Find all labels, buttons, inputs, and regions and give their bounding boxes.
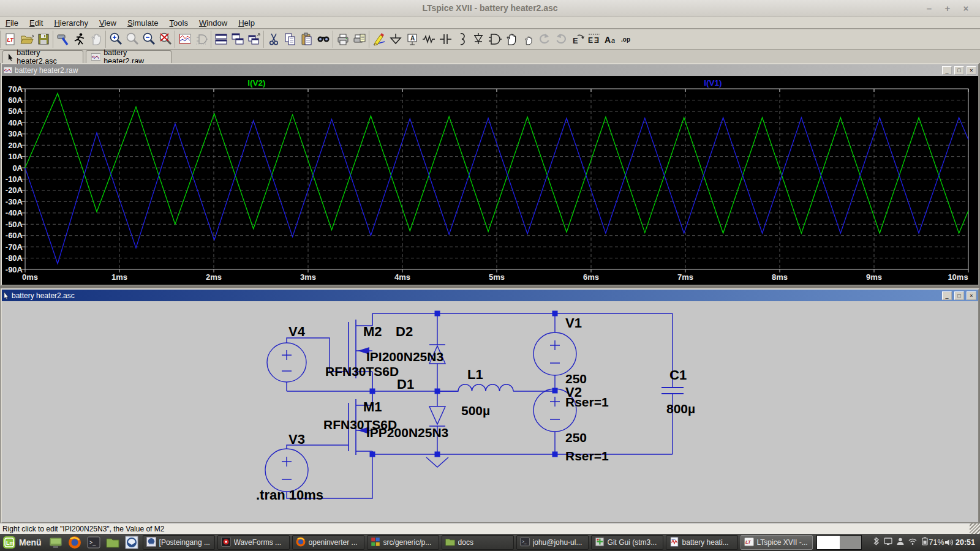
user-icon[interactable]: [896, 537, 905, 548]
taskbar-window-battery-heati-[interactable]: battery heati...: [666, 535, 738, 550]
battery-icon[interactable]: [921, 537, 929, 548]
taskbar-window-waveforms-[interactable]: WaveForms ...: [217, 535, 290, 550]
tab-battery-heater2-raw[interactable]: battery heater2.raw: [86, 50, 172, 63]
ground-icon[interactable]: [387, 31, 404, 48]
legend-I(V1)[interactable]: I(V1): [704, 78, 722, 88]
schematic-label-v1_value2[interactable]: Rser=1: [565, 395, 609, 409]
capacitor-c1[interactable]: [662, 388, 684, 394]
tile-vertical-icon[interactable]: [229, 31, 246, 48]
menu-file[interactable]: File: [0, 18, 24, 28]
schematic-label-m2_model[interactable]: IPI200N25N3: [366, 350, 443, 364]
new-schematic-icon[interactable]: LT: [2, 31, 18, 48]
menu-simulate[interactable]: Simulate: [122, 18, 164, 28]
zoom-full-extents-icon[interactable]: [124, 31, 140, 48]
spice-netlist-icon[interactable]: [193, 31, 209, 48]
tab-battery-heater2-asc[interactable]: battery heater2.asc: [2, 50, 83, 63]
launcher-thunderbird-icon[interactable]: [124, 535, 140, 550]
schematic-label-v3[interactable]: V3: [288, 432, 305, 447]
component-icon[interactable]: [486, 31, 503, 48]
taskbar-window-src-generic-p-[interactable]: src/generic/p...: [367, 535, 439, 550]
taskbar-window-git-gui-stm3-[interactable]: Git Gui (stm3...: [591, 535, 663, 550]
halt-icon[interactable]: [88, 31, 104, 48]
schematic-label-v1_value1[interactable]: 250: [565, 372, 587, 386]
drag-icon[interactable]: [519, 31, 536, 48]
bluetooth-icon[interactable]: [872, 537, 880, 548]
diode-icon[interactable]: [470, 31, 486, 48]
desktop-widget[interactable]: [816, 535, 862, 550]
maximize-button[interactable]: +: [940, 2, 956, 15]
menu-tools[interactable]: Tools: [164, 18, 194, 28]
cascade-windows-icon[interactable]: [246, 31, 262, 48]
capacitor-icon[interactable]: [437, 31, 453, 48]
menu-help[interactable]: Help: [233, 18, 260, 28]
schematic-label-v4[interactable]: V4: [288, 324, 306, 339]
minimize-button[interactable]: –: [921, 2, 937, 15]
window-minimize-button[interactable]: _: [942, 291, 952, 300]
find-icon[interactable]: [315, 31, 331, 48]
start-menu-button[interactable]: Lm Menü: [0, 534, 47, 550]
schematic-label-v2_value1[interactable]: 250: [565, 430, 587, 444]
schematic-canvas[interactable]: V4M2D2IPI200N25N3RFN30TS6DD1L1500µV1250V…: [2, 301, 978, 522]
tile-horizontal-icon[interactable]: [213, 31, 229, 48]
launcher-terminal-icon[interactable]: >_: [86, 535, 102, 550]
print-preview-icon[interactable]: [351, 31, 368, 48]
resistor-icon[interactable]: [420, 31, 437, 48]
taskbar-window-johu-johu-ul-[interactable]: >_johu@johu-ul...: [516, 535, 589, 550]
window-minimize-button[interactable]: _: [942, 66, 952, 75]
autorange-waveform-icon[interactable]: [176, 31, 193, 48]
waveform-plot-area[interactable]: -90A-80A-70A-60A-50A-40A-30A-20A-10A0A10…: [2, 76, 978, 285]
copy-icon[interactable]: [282, 31, 298, 48]
inductor-l1[interactable]: [437, 384, 513, 391]
zoom-back-icon[interactable]: [157, 31, 173, 48]
legend-I(V2)[interactable]: I(V2): [247, 78, 265, 88]
voltage-source-v3[interactable]: [265, 449, 308, 492]
save-icon[interactable]: [35, 31, 51, 48]
menu-edit[interactable]: Edit: [24, 18, 48, 28]
resize-grip[interactable]: [970, 523, 980, 534]
voltage-source-v4[interactable]: [267, 343, 306, 382]
schematic-label-v1[interactable]: V1: [565, 315, 582, 331]
rotate-icon[interactable]: E: [569, 31, 586, 48]
menu-hierarchy[interactable]: Hierarchy: [48, 18, 94, 28]
inductor-icon[interactable]: [453, 31, 470, 48]
ground-symbol[interactable]: [426, 457, 448, 467]
schematic-label-l1_value[interactable]: 500µ: [461, 403, 490, 418]
taskbar-window--posteingang-[interactable]: [Posteingang ...: [143, 535, 215, 550]
schematic-label-d1[interactable]: D1: [397, 377, 414, 392]
window-close-button[interactable]: ×: [967, 66, 976, 75]
spice-directive-icon[interactable]: .op: [619, 31, 635, 48]
schematic-label-m1_model[interactable]: IPP200N25N3: [366, 425, 448, 440]
schematic-label-c1[interactable]: C1: [669, 367, 687, 383]
schematic-label-l1[interactable]: L1: [467, 367, 483, 382]
schematic-label-d2_model[interactable]: RFN30TS6D: [325, 364, 399, 378]
launcher-firefox-icon[interactable]: [67, 535, 83, 550]
zoom-out-icon[interactable]: [140, 31, 157, 48]
window-maximize-button[interactable]: □: [954, 291, 964, 300]
launcher-show-desktop-icon[interactable]: [48, 535, 64, 550]
draw-wire-icon[interactable]: [371, 31, 387, 48]
net-label-icon[interactable]: A: [404, 31, 420, 48]
menu-view[interactable]: View: [94, 18, 122, 28]
taskbar-window-openinverter-[interactable]: openinverter ...: [292, 535, 364, 550]
taskbar-window-ltspice-xvii-[interactable]: LTLTspice XVII -...: [741, 535, 813, 550]
print-icon[interactable]: [334, 31, 351, 48]
app-titlebar[interactable]: LTspice XVII - battery heater2.asc – + ×: [0, 0, 980, 17]
taskbar-window-docs[interactable]: docs: [442, 535, 514, 550]
move-icon[interactable]: [503, 31, 519, 48]
paste-icon[interactable]: [298, 31, 315, 48]
close-button[interactable]: ×: [958, 2, 974, 15]
cut-icon[interactable]: [265, 31, 282, 48]
zoom-in-icon[interactable]: [107, 31, 124, 48]
undo-icon[interactable]: [536, 31, 552, 48]
schematic-label-d2[interactable]: D2: [396, 324, 413, 339]
window-maximize-button[interactable]: □: [954, 66, 964, 75]
menu-window[interactable]: Window: [194, 18, 233, 28]
schematic-label-directive[interactable]: .tran 10ms: [256, 487, 323, 503]
schematic-label-v2_value2[interactable]: Rser=1: [565, 449, 609, 463]
open-icon[interactable]: [18, 31, 35, 48]
run-icon[interactable]: [71, 31, 88, 48]
schematic-window-titlebar[interactable]: battery heater2.asc _ □ ×: [2, 290, 978, 301]
waveform-window-titlebar[interactable]: battery heater2.raw _ □ ×: [2, 64, 978, 76]
redo-icon[interactable]: [552, 31, 569, 48]
text-icon[interactable]: Aa: [602, 31, 619, 48]
